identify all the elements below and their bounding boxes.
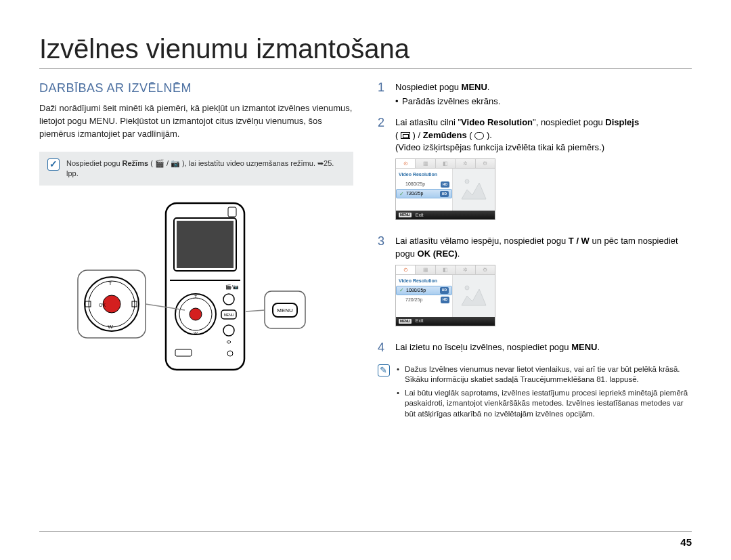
- step3-c: .: [458, 249, 460, 259]
- right-column: 1 Nospiediet pogu MENU. Parādās izvēlnes…: [378, 81, 692, 540]
- camera-svg: OK T W: [71, 199, 322, 375]
- lcd1-tab-tool-icon: ✲: [456, 159, 475, 168]
- step-num-1: 1: [378, 81, 389, 108]
- lcd1-exit: Exit: [416, 212, 424, 219]
- svg-text:W: W: [194, 331, 198, 335]
- step2-b: ", nospiediet pogu: [533, 117, 605, 127]
- camera-illustration: OK T W: [39, 199, 353, 375]
- step2-a: Lai atlasītu cilni ": [395, 117, 461, 127]
- lcd1-row1-hd: HD: [441, 181, 449, 188]
- step2-slash: ) /: [410, 130, 423, 140]
- step-4: 4 Lai izietu no īsceļu izvēlnes, nospied…: [378, 341, 692, 355]
- step1-bold: MENU: [462, 82, 487, 92]
- step4-b: .: [597, 342, 600, 352]
- page-title: Izvēlnes vienumu izmantošana: [39, 34, 692, 64]
- step2-bold1: Video Resolution: [461, 117, 533, 127]
- lcd2-row1-label: 1080/25p: [406, 287, 438, 294]
- footer-divider: [39, 531, 692, 532]
- pencil-icon: [378, 364, 390, 376]
- svg-text:OK: OK: [99, 303, 106, 307]
- mode-note-prefix: Nospiediet pogu: [66, 159, 123, 167]
- svg-rect-12: [177, 221, 234, 268]
- lcd2-row1-hd: HD: [440, 287, 449, 293]
- info-note-box: Dažus Izvēlnes vienumus nevar lietot vie…: [378, 364, 692, 423]
- lcd2-tab-pic-icon: ▦: [416, 265, 435, 274]
- lcd2-row2-label: 720/25p: [405, 297, 439, 303]
- lcd1-tab-gear-icon: ⚙: [476, 159, 495, 168]
- step1-pre: Nospiediet pogu: [395, 82, 462, 92]
- step-3: 3 Lai atlasītu vēlamo iespēju, nospiedie…: [378, 235, 692, 333]
- lcd2-row2-spacer: [399, 298, 403, 303]
- step-2: 2 Lai atlasītu cilni "Video Resolution",…: [378, 116, 692, 228]
- underwater-icon: [474, 132, 484, 139]
- step1-post: .: [487, 82, 490, 92]
- svg-text:🎬/📷: 🎬/📷: [225, 284, 239, 290]
- lcd1-row2-check-icon: ✓: [399, 192, 404, 196]
- step-1: 1 Nospiediet pogu MENU. Parādās izvēlnes…: [378, 81, 692, 108]
- lcd1-menu-chip: MENU: [399, 213, 412, 217]
- lcd1-row1: 1080/25p HD: [396, 179, 452, 189]
- lcd2-row1-selected: ✓ 1080/25p HD: [396, 286, 452, 295]
- lcd2-footer: MENU Exit: [396, 317, 495, 326]
- svg-text:W: W: [108, 324, 113, 330]
- page-number: 45: [680, 536, 692, 548]
- step1-sub: Parādās izvēlnes ekrāns.: [395, 95, 692, 108]
- lcd1-preview: [453, 169, 495, 211]
- lcd1-row2-selected: ✓ 720/25p HD: [396, 189, 452, 198]
- lcd2-preview: [453, 275, 495, 317]
- step2-paren-open2: (: [467, 130, 475, 140]
- svg-text:T: T: [109, 280, 112, 286]
- step2-bold3: Zemūdens: [423, 130, 467, 140]
- svg-point-32: [465, 286, 469, 290]
- step3-bold2: OK (REC): [418, 249, 458, 259]
- lcd2-tab-video-icon: ⊙: [396, 265, 416, 274]
- lcd2-tabs: ⊙ ▦ ◧ ✲ ⚙: [396, 265, 495, 275]
- lcd1-tab-video-icon: ⊙: [396, 159, 416, 168]
- svg-point-31: [465, 179, 469, 184]
- lcd1-tabs: ⊙ ▦ ◧ ✲ ⚙: [396, 159, 495, 169]
- lcd2-tab-gear-icon: ⚙: [476, 265, 495, 274]
- step-num-4: 4: [378, 341, 389, 355]
- step2-paren-open: (: [395, 130, 401, 140]
- mode-note-box: Nospiediet pogu Režīms ( 🎬 / 📷 ), lai ie…: [39, 152, 353, 186]
- lcd1-row2-label: 720/25p: [406, 190, 438, 197]
- step2-bold2: Displejs: [605, 117, 639, 127]
- intro-paragraph: Daži norādījumi šeit minēti kā piemēri, …: [39, 102, 353, 141]
- mode-note-text: Nospiediet pogu Režīms ( 🎬 / 📷 ), lai ie…: [66, 158, 345, 179]
- lcd1-preview-icon: [458, 175, 490, 204]
- lcd-screenshot-1: ⊙ ▦ ◧ ✲ ⚙ Video Resolution: [395, 158, 495, 220]
- display-icon: [401, 132, 410, 139]
- step4-bold: MENU: [571, 342, 597, 352]
- lcd2-tab-cam-icon: ◧: [436, 265, 456, 274]
- lcd1-tab-cam-icon: ◧: [436, 159, 456, 168]
- step3-a: Lai atlasītu vēlamo iespēju, nospiediet …: [395, 236, 569, 246]
- steps-list: 1 Nospiediet pogu MENU. Parādās izvēlnes…: [378, 81, 692, 355]
- step2-paren-close: ).: [484, 130, 492, 140]
- svg-point-16: [190, 308, 202, 320]
- lcd2-exit: Exit: [416, 318, 424, 324]
- left-column: DARBĪBAS AR IZVĒLNĒM Daži norādījumi šei…: [39, 81, 353, 540]
- mode-note-mode: Režīms: [123, 159, 149, 167]
- step3-bold1: T / W: [569, 236, 590, 246]
- section-title: DARBĪBAS AR IZVĒLNĒM: [39, 81, 353, 95]
- svg-text:MENU: MENU: [277, 307, 293, 314]
- lcd2-row1-check-icon: ✓: [399, 288, 404, 293]
- lcd2-heading: Video Resolution: [396, 276, 452, 286]
- lcd1-row1-spacer: [399, 182, 403, 187]
- svg-line-30: [246, 310, 265, 311]
- lcd1-tab-pic-icon: ▦: [416, 159, 435, 168]
- info-bullet-2: Lai būtu vieglāk saprotams, izvēlnes ies…: [397, 388, 692, 420]
- info-note-content: Dažus Izvēlnes vienumus nevar lietot vie…: [397, 364, 692, 423]
- lcd2-preview-icon: [458, 281, 490, 311]
- lcd1-footer: MENU Exit: [396, 211, 495, 219]
- check-icon: [47, 158, 60, 171]
- title-divider: [39, 68, 692, 69]
- lcd2-menu-chip: MENU: [399, 319, 412, 324]
- step2-line3: (Video izšķirtspējas funkcija izvēlēta t…: [395, 142, 604, 152]
- svg-text:T: T: [194, 295, 197, 299]
- lcd2-tab-tool-icon: ✲: [456, 265, 475, 274]
- lcd2-row2: 720/25p HD: [396, 295, 452, 305]
- step-num-3: 3: [378, 235, 389, 333]
- info-bullet-1: Dažus Izvēlnes vienumus nevar lietot vie…: [397, 364, 692, 385]
- lcd2-row2-hd: HD: [441, 297, 449, 303]
